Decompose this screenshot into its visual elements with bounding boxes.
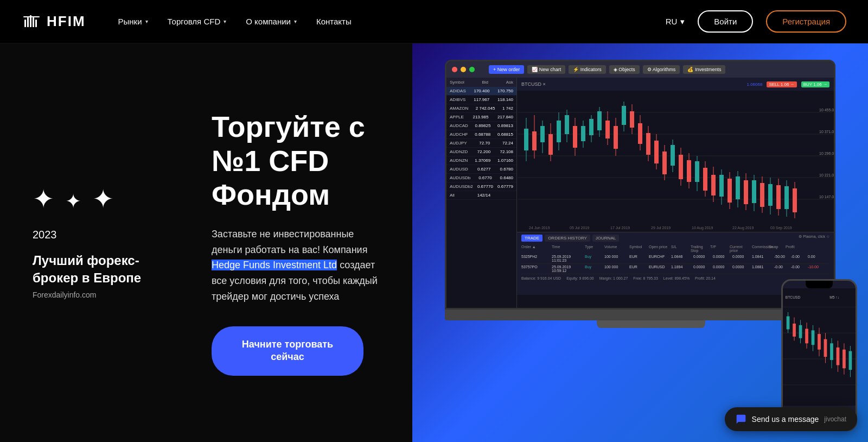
svg-rect-47 [646,133,650,155]
svg-text:24 Jun 2019: 24 Jun 2019 [529,226,550,230]
message-icon [736,414,746,425]
svg-text:10 455.00: 10 455.00 [819,108,834,112]
chat-brand: jivochat [824,415,846,423]
svg-rect-79 [776,185,781,209]
svg-rect-37 [605,121,610,138]
svg-rect-119 [849,351,852,370]
svg-rect-99 [787,317,790,330]
svg-rect-55 [679,155,683,179]
window-minimize-dot [461,67,466,72]
list-item: AUDUSD 0.6277 0.6780 [446,165,516,174]
nav-contacts[interactable]: Контакты [316,17,352,26]
left-panel: ✦ ✦ ✦ 2023 Лучший форекс- брокер в Европ… [0,43,184,442]
svg-rect-19 [532,131,537,150]
new-order-btn: + New order [489,65,524,74]
svg-rect-103 [799,325,802,338]
sidebar-header: Symbol Bid Ask [446,78,516,87]
svg-rect-45 [638,123,642,144]
svg-rect-33 [589,119,593,135]
language-selector[interactable]: RU ▾ [666,17,685,27]
chart-header: BTCUSD × 1.06068 SELL 1.06 ← BUY 1.06 → [517,78,834,91]
svg-rect-41 [622,106,626,125]
svg-rect-0 [24,20,26,27]
table-row: 5325PH2 25.09.2019 11:01:23 Buy 100 000 … [521,254,829,264]
investments-btn: 💰 Investments [683,65,725,74]
logo-icon [22,12,41,31]
login-button[interactable]: Войти [698,10,753,33]
svg-text:22 Aug 2019: 22 Aug 2019 [732,226,754,230]
svg-rect-67 [727,179,732,203]
stars-decoration: ✦ ✦ ✦ [33,186,163,212]
candlestick-chart: 10 455.00 10 371.00 10 296.00 10 221.00 … [517,91,834,232]
svg-rect-4 [35,20,37,27]
main-nav: Рынки ▾ Торговля CFD ▾ О компании ▾ Конт… [118,17,666,26]
list-item: AUDJPY 72.70 72.24 [446,139,516,148]
svg-rect-81 [784,186,789,209]
svg-rect-71 [744,180,748,204]
logo-text: HFIM [47,13,86,30]
svg-rect-77 [768,184,773,206]
star-icon-small: ✦ [65,192,81,212]
table-header: Order ▲ Time Type Volume Symbol Open pri… [521,244,829,254]
svg-rect-21 [540,126,545,142]
right-panel: + New order 📈 New chart ⚡ Indicators ◈ O… [412,43,868,442]
svg-rect-23 [548,134,553,155]
tab-trade: TRADE [521,235,542,242]
svg-text:10 Aug 2019: 10 Aug 2019 [692,226,713,230]
nav-about[interactable]: О компании ▾ [246,17,297,26]
window-maximize-dot [469,67,475,72]
svg-text:10 221.00: 10 221.00 [819,173,834,177]
svg-rect-43 [630,111,634,128]
year-label: 2023 [33,229,163,241]
list-item: AUDCHF 0.68788 0.68815 [446,130,516,139]
list-item: AUDUSDb2 0.67770 0.67779 [446,182,516,191]
list-item: All 142/14 [446,191,516,200]
chat-label: Send us a message [752,415,819,424]
logo[interactable]: HFIM [22,12,86,31]
svg-rect-117 [843,350,846,368]
tab-journal: JOURNAL [592,235,619,242]
main-content: ✦ ✦ ✦ 2023 Лучший форекс- брокер в Европ… [0,43,868,442]
toolbar-buttons: + New order 📈 New chart ⚡ Indicators ◈ O… [489,65,725,74]
svg-rect-51 [662,151,667,174]
svg-rect-27 [565,115,569,134]
list-item: AUDCAD 0.89825 0.89813 [446,122,516,130]
svg-rect-109 [818,334,821,350]
svg-text:10 147.00: 10 147.00 [819,195,834,199]
hero-title: Торгуйте с №1 CFD Фондом [212,110,385,211]
svg-rect-111 [824,339,827,357]
svg-rect-57 [687,160,691,182]
svg-rect-31 [581,126,585,141]
list-item: ADIBVS 117.967 118.140 [446,96,516,104]
svg-rect-35 [597,111,602,130]
phone-notch [806,281,833,288]
svg-text:M5 ↑↓: M5 ↑↓ [829,295,839,299]
nav-cfd[interactable]: Торговля CFD ▾ [168,17,227,26]
indicators-btn: ⚡ Indicators [569,65,606,74]
laptop-screen: + New order 📈 New chart ⚡ Indicators ◈ O… [445,60,835,310]
highlight-text: Hedge Funds Investment Ltd [212,260,337,270]
svg-rect-69 [736,176,740,199]
header-right: RU ▾ Войти Регистрация [666,10,846,33]
chevron-down-icon: ▾ [145,18,148,24]
svg-rect-63 [711,175,716,195]
svg-rect-3 [33,17,34,27]
svg-rect-75 [760,183,764,207]
start-trading-button[interactable]: Начните торговать сейчас [212,326,363,376]
table-row: 53757PO 25.09.2019 10:59:12 Buy 100 000 … [521,264,829,274]
svg-rect-101 [793,324,796,337]
svg-rect-49 [654,141,659,163]
header: HFIM Рынки ▾ Торговля CFD ▾ О компании ▾… [0,0,868,43]
chat-button[interactable]: Send us a message jivochat [725,407,857,431]
register-button[interactable]: Регистрация [766,10,846,33]
list-item: AUDNZD 72.200 72.108 [446,148,516,156]
svg-rect-17 [524,129,528,150]
nav-markets[interactable]: Рынки ▾ [118,17,148,26]
list-item: ADIDAS 170.400 170.750 [446,87,516,96]
star-icon-large: ✦ [92,186,114,212]
award-source: Forexdailyinfo.com [33,291,163,299]
chart-area: BTCUSD × 1.06068 SELL 1.06 ← BUY 1.06 → [517,78,834,308]
list-item: AUDNZN 1.37069 1.07160 [446,156,516,165]
new-chart-btn: 📈 New chart [527,65,565,74]
list-item: APPLE 213.985 217.840 [446,113,516,122]
